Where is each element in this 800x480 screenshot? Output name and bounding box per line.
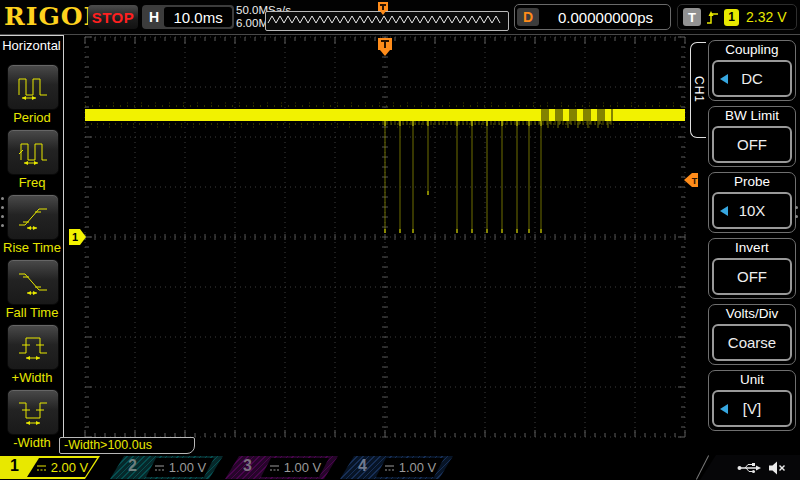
speaker-muted-icon[interactable] [769,461,786,475]
volts-div-value: Coarse [728,334,776,351]
measure-item-neg-width[interactable] [7,389,59,435]
channel-2-badge[interactable]: 2 1.00 V [110,456,223,479]
delay-value: 0.00000000ps [541,9,670,26]
trigger-source-badge: 1 [724,9,739,26]
coupling-dc-icon [154,463,165,473]
measure-item-neg-width-label: -Width [0,435,64,450]
channel-status-bar: 1 2.00 V 2 1.00 V 3 [0,455,800,480]
waveform-display-area[interactable]: 1 [65,35,690,455]
svg-text:1: 1 [72,231,78,243]
channel-1-number: 1 [10,457,19,475]
measure-item-fall-time-label: Fall Time [0,305,64,320]
probe-value-box[interactable]: 10X [712,192,792,229]
rise-time-icon [17,203,49,231]
horizontal-timebase-box[interactable]: H 10.0ms [142,5,234,29]
measure-item-freq-label: Freq [0,175,64,190]
menu-item-coupling[interactable]: Coupling DC [708,40,796,101]
channel-4-badge[interactable]: 4 1.00 V [340,456,453,479]
horizontal-badge: H [144,9,164,25]
channel-1-badge[interactable]: 1 2.00 V [0,456,104,479]
coupling-dc-icon [384,463,395,473]
trigger-level-marker-icon[interactable]: T [684,173,698,192]
period-icon [17,73,49,101]
channel-4-scale: 1.00 V [399,460,437,475]
right-softkey-menu: Coupling DC BW Limit OFF Probe 10X Inver… [706,36,800,455]
usb-icon[interactable] [737,462,761,474]
left-arrow-icon [720,74,728,84]
measure-item-pos-width-label: +Width [0,370,64,385]
bw-limit-value: OFF [737,136,767,153]
right-menu-page-dots [795,206,798,218]
coupling-dc-icon [36,463,47,473]
invert-value-box[interactable]: OFF [712,258,792,295]
measure-item-pos-width[interactable] [7,324,59,370]
menu-item-volts-div[interactable]: Volts/Div Coarse [708,304,796,365]
measurement-result-label: -Width>100.0us [59,437,195,454]
volts-div-label: Volts/Div [709,306,795,321]
measure-item-freq[interactable] [7,129,59,175]
trigger-level-value: 2.32 V [746,9,786,25]
channel-menu-tab-label: CH1 [692,76,706,103]
trigger-status-box[interactable]: T 1 2.32 V [677,4,797,30]
channel-2-number: 2 [128,457,137,475]
measure-item-fall-time[interactable] [7,259,59,305]
run-state-indicator[interactable]: STOP [88,5,138,29]
left-arrow-icon [720,206,728,216]
measure-item-period-label: Period [0,110,64,125]
measure-item-rise-time[interactable] [7,194,59,240]
measure-item-period[interactable] [7,64,59,110]
menu-item-unit[interactable]: Unit [V] [708,370,796,431]
probe-value: 10X [739,202,766,219]
probe-label: Probe [709,174,795,189]
top-status-bar: RIGOL STOP H 10.0ms 50.0MSa/s 6.00M pts … [0,0,800,35]
unit-value-box[interactable]: [V] [712,390,792,427]
delay-badge: D [517,8,539,26]
freq-icon [17,138,49,166]
measure-menu-title: Horizontal [0,38,63,53]
left-arrow-icon [720,404,728,414]
left-menu-scroll-dots [1,197,4,227]
system-status-icons [700,455,800,480]
rising-edge-icon [706,9,719,26]
left-measure-menu: Horizontal Period Freq [0,35,64,454]
plus-width-icon [17,333,49,361]
coupling-value-box[interactable]: DC [712,60,792,97]
trigger-badge: T [683,8,701,26]
graticule-and-trace: 1 [65,35,690,455]
menu-item-probe[interactable]: Probe 10X [708,172,796,233]
channel-2-scale: 1.00 V [169,460,207,475]
menu-item-invert[interactable]: Invert OFF [708,238,796,299]
preview-trigger-position-icon[interactable] [377,2,389,16]
channel-1-scale: 2.00 V [51,460,89,475]
channel-3-scale: 1.00 V [284,460,322,475]
channel-4-number: 4 [358,457,367,475]
oscilloscope-screen: RIGOL STOP H 10.0ms 50.0MSa/s 6.00M pts … [0,0,800,480]
bw-limit-label: BW Limit [709,108,795,123]
volts-div-value-box[interactable]: Coarse [712,324,792,361]
coupling-label: Coupling [709,42,795,57]
menu-item-bw-limit[interactable]: BW Limit OFF [708,106,796,167]
channel-3-badge[interactable]: 3 1.00 V [225,456,338,479]
bw-limit-value-box[interactable]: OFF [712,126,792,163]
svg-text:T: T [692,176,698,186]
coupling-dc-icon [269,463,280,473]
unit-label: Unit [709,372,795,387]
invert-label: Invert [709,240,795,255]
measure-item-rise-time-label: Rise Time [0,240,64,255]
channel-menu-tab: CH1 [690,42,707,138]
unit-value: [V] [743,400,761,417]
minus-width-icon [17,398,49,426]
invert-value: OFF [737,268,767,285]
coupling-value: DC [741,70,763,87]
trigger-delay-box[interactable]: D 0.00000000ps [514,4,671,30]
timebase-value: 10.0ms [164,7,232,27]
fall-time-icon [17,268,49,296]
channel-3-number: 3 [243,457,252,475]
